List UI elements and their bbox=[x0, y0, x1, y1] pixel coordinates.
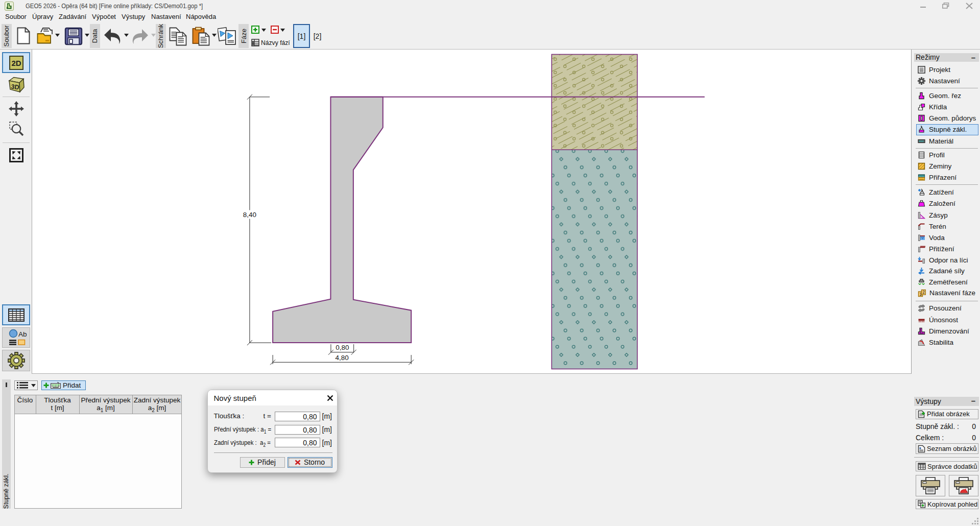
svg-text:8,40: 8,40 bbox=[243, 211, 256, 219]
svg-text:2D: 2D bbox=[11, 59, 21, 67]
svg-text:3D: 3D bbox=[11, 83, 20, 91]
svg-text:0,80: 0,80 bbox=[336, 344, 349, 351]
svg-text:2: 2 bbox=[922, 290, 925, 295]
svg-text:4,80: 4,80 bbox=[336, 354, 349, 362]
svg-text:Ab: Ab bbox=[18, 330, 27, 338]
